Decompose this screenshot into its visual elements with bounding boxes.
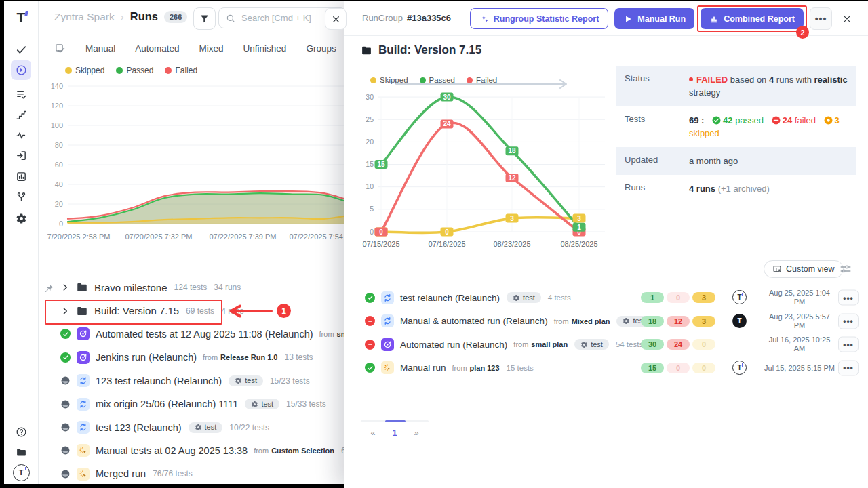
run-title[interactable]: Automated run (Relaunch) [400, 340, 507, 350]
drawer-close-button[interactable] [838, 8, 856, 29]
folder-title[interactable]: Bravo milestone [94, 282, 167, 293]
runs-archived: (+1 archived) [718, 184, 770, 194]
run-title[interactable]: Jenkins run (Relaunch) [96, 352, 197, 363]
result-badges: 18123 [641, 316, 715, 327]
sidebar-item-branches[interactable] [11, 186, 31, 207]
sidebar-item-projects[interactable] [11, 442, 31, 462]
sidebar-item-settings[interactable] [11, 208, 31, 228]
run-title[interactable]: Manual tests at 02 Aug 2025 13:38 [96, 445, 248, 456]
row-more-button[interactable]: ••• [838, 313, 859, 329]
tab-groups[interactable]: Groups [306, 43, 336, 54]
run-title[interactable]: test relaunch (Relaunch) [400, 293, 500, 303]
folder-icon [76, 305, 88, 317]
search-input[interactable] [240, 12, 338, 24]
failed-circle-icon [772, 116, 781, 125]
pagination-next[interactable]: » [411, 428, 422, 438]
sidebar-item-tasks[interactable] [11, 39, 31, 60]
run-title[interactable]: Manual run [400, 363, 446, 373]
run-title[interactable]: Merged run [96, 468, 146, 479]
run-title[interactable]: Manual & automated run (Relaunch) [400, 316, 548, 326]
badge-green: 1 [641, 292, 664, 303]
import-icon [16, 150, 27, 161]
annotation-step-1: 1 [277, 304, 291, 318]
tabs-holder: ManualAutomatedMixedUnfinishedGroups [85, 43, 336, 54]
avatar: T [732, 361, 747, 375]
svg-text:80: 80 [55, 141, 63, 149]
row-more-button[interactable]: ••• [838, 360, 859, 375]
runtype-mixed-icon [381, 291, 394, 304]
filter-button[interactable] [193, 7, 216, 30]
tests-skipped-w: skipped [689, 128, 719, 138]
custom-view-label: Custom view [786, 264, 835, 274]
rungroup-statistic-report-button[interactable]: Rungroup Statistic Report [470, 8, 609, 29]
search-clear-button[interactable] [325, 8, 347, 30]
analytics-icon [16, 171, 27, 182]
horizontal-scrollbar[interactable] [361, 420, 429, 422]
profile-avatar[interactable]: T [11, 462, 31, 483]
row-more-button[interactable]: ••• [838, 290, 859, 306]
run-title[interactable]: test 123 (Relaunch) [96, 422, 182, 433]
row-meta: 124 tests [174, 283, 208, 292]
svg-text:07/22/2025 7:54 PM: 07/22/2025 7:54 PM [289, 232, 349, 241]
pagination-page-1[interactable]: 1 [389, 428, 400, 438]
tab-automated[interactable]: Automated [135, 43, 179, 54]
drawer-more-button[interactable]: ••• [810, 7, 832, 30]
runtype-mixed-icon [77, 398, 90, 411]
tag-label: test [591, 341, 603, 348]
gear-icon [235, 377, 242, 384]
sidebar-item-runs[interactable] [11, 60, 31, 80]
tag-label: test [245, 377, 257, 384]
manual-run-button[interactable]: Manual Run [614, 8, 694, 29]
folder-title[interactable]: Build: Version 7.15 [94, 305, 179, 317]
rungroup-run-row[interactable]: Automated run (Relaunch)fromsmall plante… [344, 333, 868, 357]
failed-dot-icon [689, 77, 693, 81]
chevron-right-icon[interactable] [60, 306, 70, 316]
combined-report-wrap: Combined Report 2 [701, 8, 804, 29]
runs-count-badge: 266 [164, 11, 187, 23]
pagination-prev[interactable]: « [368, 428, 378, 438]
sidebar-item-analytics[interactable] [11, 166, 31, 186]
status-label: Status [616, 66, 689, 106]
milestones-icon [16, 109, 27, 121]
sidebar-item-help[interactable] [11, 422, 31, 442]
svg-text:07/20/2025 7:32 PM: 07/20/2025 7:32 PM [125, 232, 192, 241]
close-icon [332, 15, 340, 24]
rungroup-run-row[interactable]: Manual runfromplan 12315 tests1500TJul 1… [344, 357, 868, 380]
svg-text:5: 5 [370, 205, 374, 213]
breadcrumb-project[interactable]: Zyntra Spark [54, 11, 115, 23]
svg-text:30: 30 [366, 93, 374, 101]
checklist-icon [16, 89, 27, 100]
tag-label: test [261, 401, 273, 408]
tab-unfinished[interactable]: Unfinished [243, 43, 287, 54]
chevron-right-icon[interactable] [60, 283, 70, 292]
tab-mixed[interactable]: Mixed [199, 43, 224, 54]
select-all-icon[interactable] [54, 43, 66, 54]
sidebar-item-pulse[interactable] [11, 125, 31, 145]
avatar-t-icon: T [732, 314, 747, 328]
run-title[interactable]: 123 test relaunch (Relaunch) [96, 375, 222, 386]
row-more-button[interactable]: ••• [838, 337, 859, 352]
run-title[interactable]: Automated tests at 12 Aug 2025 11:08 (Re… [96, 329, 313, 340]
sidebar-item-import[interactable] [11, 145, 31, 165]
tasks-icon [16, 44, 27, 56]
badge-green: 30 [641, 339, 664, 350]
sliders-icon[interactable] [840, 263, 852, 275]
from-plan: Release Run 1.0 [220, 353, 277, 361]
tests-failed-n: 24 [783, 115, 792, 125]
tag-pill: test [574, 339, 609, 350]
combined-report-button[interactable]: Combined Report [701, 8, 804, 29]
rungroup-drawer: RunGroup #13a335c6 Rungroup Statistic Re… [344, 1, 868, 488]
app-logo[interactable]: T [11, 7, 31, 27]
status-t2: runs with [776, 75, 812, 85]
run-timestamp: Jul 16, 2025 10:25 AM [764, 336, 835, 353]
run-title[interactable]: mix origin 25/06 (Relaunch) 1111 [96, 399, 238, 409]
custom-view-button[interactable]: Custom view [764, 260, 844, 278]
sidebar-item-milestones[interactable] [11, 104, 31, 125]
sidebar-item-checklist[interactable] [11, 84, 31, 104]
rungroup-run-row[interactable]: Manual & automated run (Relaunch)fromMix… [344, 310, 868, 333]
scrollbar-thumb[interactable] [385, 420, 406, 422]
rungroup-run-row[interactable]: test relaunch (Relaunch)test4 tests103TA… [344, 286, 868, 310]
tab-manual[interactable]: Manual [85, 43, 115, 54]
svg-text:24: 24 [443, 120, 451, 127]
tests-skipped-n: 3 [835, 115, 840, 125]
